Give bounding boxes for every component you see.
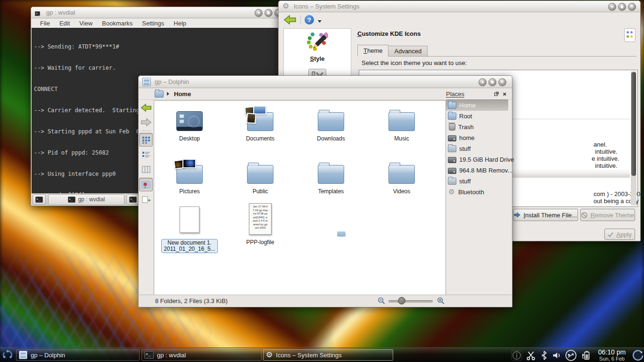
zoom-slider-handle[interactable] <box>398 297 405 304</box>
place-stuff[interactable]: stuff <box>446 143 508 154</box>
folder-item-documents[interactable]: Documents <box>225 105 296 142</box>
close-button[interactable]: × <box>498 78 506 86</box>
place-bluetooth[interactable]: ⚙Bluetooth <box>446 187 508 197</box>
scrollbar-thumb[interactable] <box>631 72 636 176</box>
mouse-cursor <box>337 231 346 237</box>
breadcrumb-home[interactable]: Home <box>174 90 191 98</box>
dolphin-window[interactable]: gp – Dolphin × Home <box>138 75 512 307</box>
selected-file-label: New document 1. 2011_01_20_16_5... <box>161 239 217 253</box>
zoom-in-icon[interactable] <box>437 297 445 304</box>
taskbar: gp – Dolphin >_ gp : wvdial ⚙ Icons – Sy… <box>0 347 644 362</box>
forward-button[interactable] <box>140 116 152 129</box>
maximize-button[interactable] <box>264 9 272 17</box>
minimize-button[interactable] <box>479 78 487 86</box>
icons-view-button[interactable] <box>139 133 153 147</box>
folder-item-templates[interactable]: Templates <box>296 157 366 195</box>
folder-icon <box>448 113 456 120</box>
install-theme-button[interactable]: Install Theme File... <box>513 209 578 221</box>
folder-item-videos[interactable]: Videos <box>366 157 437 195</box>
folder-item-desktop[interactable]: Desktop <box>154 105 225 142</box>
device-notifier-icon[interactable] <box>565 349 577 362</box>
maximize-button[interactable] <box>488 78 496 86</box>
place-stuff-2[interactable]: stuff <box>446 176 508 187</box>
terminal-titlebar[interactable]: >_ gp : wvdial × <box>31 7 286 18</box>
close-button[interactable]: × <box>628 3 636 11</box>
menu-bookmarks[interactable]: Bookmarks <box>98 19 137 27</box>
zoom-slider-track[interactable] <box>388 300 433 303</box>
file-manager-icon <box>142 78 151 86</box>
tab-panel-border <box>357 56 636 57</box>
file-item-logfile[interactable]: Jan 17 09:4 7:18 gp-Asp ire-5738 pp pd[1… <box>225 204 296 246</box>
place-trash[interactable]: Trash <box>446 122 508 132</box>
place-root[interactable]: Root <box>446 111 508 122</box>
tab-theme[interactable]: Theme <box>357 45 388 57</box>
settings-titlebar[interactable]: ⚙ Icons – System Settings × <box>279 1 640 12</box>
remove-theme-button[interactable]: Remove Theme <box>580 209 635 221</box>
tab-advanced[interactable]: Advanced <box>388 46 428 57</box>
place-removable[interactable]: 964.8 MiB Remov... <box>446 165 508 176</box>
sidebar-item-style[interactable]: Style <box>284 55 351 62</box>
minimize-button[interactable] <box>255 9 263 17</box>
gear-icon: ⚙ <box>282 2 290 10</box>
help-button[interactable]: ? <box>305 15 314 25</box>
file-item-selected[interactable]: New document 1. 2011_01_20_16_5... <box>154 204 225 253</box>
taskbar-item-terminal[interactable]: >_ gp : wvdial <box>141 349 262 361</box>
file-view[interactable]: Desktop Documents Downloads Music <box>154 100 446 296</box>
volume-icon[interactable] <box>552 351 561 360</box>
notifications-icon[interactable] <box>511 350 522 361</box>
checkmark-icon <box>608 232 613 237</box>
folder-label: Videos <box>366 188 437 195</box>
terminal-title: gp : wvdial <box>46 9 75 16</box>
minimize-button[interactable] <box>608 3 616 11</box>
columns-view-button[interactable] <box>140 163 152 176</box>
folder-item-downloads[interactable]: Downloads <box>296 105 366 142</box>
new-tab-button[interactable]: >_ <box>33 194 46 205</box>
gear-icon: ⚙ <box>266 351 272 359</box>
menu-edit[interactable]: Edit <box>55 19 74 27</box>
panel-cashew-icon[interactable] <box>632 349 644 362</box>
apply-button[interactable]: Apply <box>604 229 635 240</box>
konsole-icon: >_ <box>144 351 154 359</box>
scrollbar[interactable] <box>631 71 636 206</box>
back-button[interactable] <box>283 15 297 25</box>
bluetooth-icon[interactable] <box>539 350 549 361</box>
desktop-folder-icon <box>176 111 203 131</box>
taskbar-item-system-settings[interactable]: ⚙ Icons – System Settings <box>263 349 393 361</box>
folder-item-pictures[interactable]: Pictures <box>154 157 225 195</box>
place-hard-drive[interactable]: 19.5 GiB Hard Drive <box>446 154 508 165</box>
battery-icon[interactable] <box>580 350 592 361</box>
clipboard-scissors-icon[interactable] <box>526 350 536 361</box>
float-panel-icon[interactable] <box>494 91 499 96</box>
maximize-button[interactable] <box>618 3 626 11</box>
icon-theme-label: Select the icon theme you want to use: <box>362 59 467 66</box>
terminal-tab[interactable]: >_ gp : wvdial <box>48 194 124 205</box>
close-panel-icon[interactable]: × <box>503 91 506 97</box>
konsole-icon: >_ <box>35 9 42 16</box>
taskbar-item-dolphin[interactable]: gp – Dolphin <box>16 349 140 361</box>
zoom-out-icon[interactable] <box>378 297 385 304</box>
status-text: 8 Folders, 2 Files (3.3 KiB) <box>155 297 228 304</box>
chevron-down-icon[interactable] <box>318 20 322 25</box>
menu-file[interactable]: File <box>36 19 54 27</box>
split-view-button[interactable] <box>140 193 152 206</box>
settings-toolbar: ? <box>279 12 640 27</box>
folder-item-public[interactable]: Public <box>225 157 296 195</box>
home-breadcrumb-icon[interactable] <box>155 90 164 98</box>
folder-item-music[interactable]: Music <box>366 105 437 142</box>
app-launcher-icon[interactable] <box>1 348 14 362</box>
terminal-line: --> Sending: ATDT*99***1# <box>34 43 285 50</box>
details-view-button[interactable] <box>140 148 152 161</box>
clock[interactable]: 06:10 pm Sun, 6 Feb <box>592 348 632 362</box>
place-home-partition[interactable]: home <box>446 132 508 143</box>
menu-view[interactable]: View <box>75 19 97 27</box>
dolphin-titlebar[interactable]: gp – Dolphin × <box>139 76 512 88</box>
list-item-fragment: intuitive. <box>595 148 618 155</box>
preview-toggle-button[interactable] <box>139 178 153 191</box>
terminal-line: --> Waiting for carrier. <box>34 65 285 72</box>
menu-help[interactable]: Help <box>169 19 190 27</box>
place-home[interactable]: Home <box>446 99 508 111</box>
back-button[interactable] <box>140 101 152 114</box>
split-view-button[interactable]: >_ <box>126 194 140 205</box>
menu-settings[interactable]: Settings <box>138 19 168 27</box>
hard-drive-icon <box>448 157 456 163</box>
